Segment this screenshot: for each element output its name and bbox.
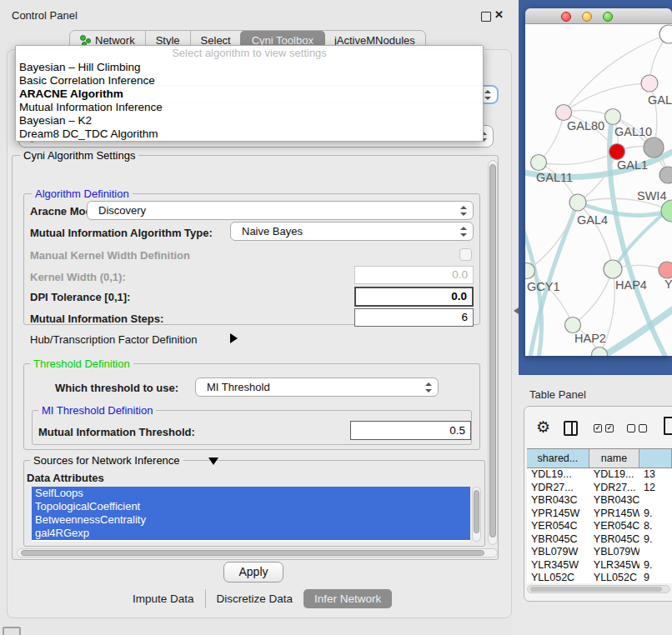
collapsed-panel-icon[interactable] xyxy=(3,627,21,635)
column-header[interactable]: shared... xyxy=(527,449,589,468)
checked-columns-icon[interactable]: ✓✓ xyxy=(594,424,614,432)
network-node-bottom[interactable] xyxy=(592,348,608,357)
table-cell: YPR145W xyxy=(527,508,589,521)
scrollbar-thumb[interactable] xyxy=(474,490,479,533)
network-node-gal10[interactable] xyxy=(605,109,621,125)
network-node-gal4[interactable] xyxy=(569,194,586,211)
table-row[interactable]: YLL052CYLL052C9 xyxy=(527,572,672,583)
zoom-traffic-icon[interactable] xyxy=(603,12,613,22)
algorithm-option[interactable]: Bayesian – Hill Climbing xyxy=(16,61,483,74)
mi-threshold-field[interactable]: 0.5 xyxy=(350,421,471,440)
network-node-gal7[interactable] xyxy=(641,75,658,92)
minimize-traffic-icon[interactable] xyxy=(582,12,592,22)
table-panel-title: Table Panel xyxy=(529,388,586,401)
network-node-gal1[interactable] xyxy=(609,144,625,160)
table-row[interactable]: YER054CYER054C8. xyxy=(527,520,672,533)
network-node-hap4[interactable] xyxy=(604,260,622,278)
data-attributes-list[interactable]: SelfLoops TopologicalCoefficient Between… xyxy=(32,487,470,542)
table-row[interactable]: YBR045CYBR045C9. xyxy=(527,533,672,547)
dpi-tolerance-field[interactable]: 0.0 xyxy=(354,287,474,307)
mi-type-combo[interactable]: Naive Bayes xyxy=(230,222,474,241)
network-window-titlebar[interactable] xyxy=(525,8,672,24)
gear-icon[interactable]: ⚙ xyxy=(536,418,550,437)
tab-infer-network[interactable]: Infer Network xyxy=(303,589,392,608)
node-label-gcy1: GCY1 xyxy=(527,280,560,293)
combo-arrows-icon xyxy=(425,382,432,392)
scrollbar-thumb[interactable] xyxy=(489,164,496,538)
network-tab-icon xyxy=(80,35,91,46)
attributes-vertical-scrollbar[interactable] xyxy=(472,487,481,542)
which-threshold-combo[interactable]: MI Threshold xyxy=(195,378,439,397)
network-node-swi4[interactable] xyxy=(661,200,672,222)
split-column-icon[interactable] xyxy=(564,421,578,436)
algorithm-option[interactable]: Dream8 DC_TDC Algorithm xyxy=(16,128,483,141)
table-row[interactable]: YBL079WYBL079W xyxy=(527,546,672,559)
table-row[interactable]: YPR145WYPR145W9. xyxy=(527,508,672,521)
table-cell: YBR045C xyxy=(589,533,639,547)
sources-title[interactable]: Sources for Network Inference xyxy=(30,454,183,467)
split-pane-collapse-icon[interactable] xyxy=(514,308,519,314)
network-node-hap2[interactable] xyxy=(565,318,581,333)
algorithm-option-aracne[interactable]: ARACNE Algorithm xyxy=(16,88,483,101)
table-cell: 9. xyxy=(639,533,672,547)
new-document-icon[interactable] xyxy=(664,417,672,435)
table-cell: YDL19... xyxy=(589,468,639,482)
unchecked-columns-icon[interactable] xyxy=(627,424,647,432)
settings-group-title: Cyni Algorithm Settings xyxy=(20,149,138,162)
attribute-item[interactable]: TopologicalCoefficient xyxy=(32,500,470,513)
table-horizontal-scrollbar[interactable] xyxy=(527,585,670,593)
column-header[interactable]: name xyxy=(589,449,639,468)
network-node-gray1[interactable] xyxy=(644,138,664,158)
expand-right-icon[interactable] xyxy=(230,333,238,343)
attribute-item[interactable]: gal4RGexp xyxy=(32,527,470,540)
node-table[interactable]: shared...name YDL19...YDL19...13YDR27...… xyxy=(527,448,672,583)
aracne-mode-combo[interactable]: Discovery xyxy=(87,201,474,220)
network-node-cut-top[interactable] xyxy=(659,25,672,43)
data-attributes-label: Data Attributes xyxy=(27,472,104,484)
scrollbar-thumb[interactable] xyxy=(21,550,484,556)
algorithm-option[interactable]: Basic Correlation Inference xyxy=(16,74,483,88)
network-node-gal11[interactable] xyxy=(531,155,547,171)
table-cell: 8. xyxy=(639,520,672,533)
table-cell xyxy=(639,494,672,508)
algorithm-option[interactable]: Mutual Information Inference xyxy=(16,101,483,114)
attribute-item[interactable]: BetweennessCentrality xyxy=(32,513,470,527)
manual-kernel-label: Manual Kernel Width Definition xyxy=(30,249,190,262)
settings-horizontal-scrollbar[interactable] xyxy=(17,548,498,558)
table-row[interactable]: YDL19...YDL19...13 xyxy=(527,468,672,482)
kernel-width-field[interactable]: 0.0 xyxy=(354,266,474,284)
close-traffic-icon[interactable] xyxy=(561,12,571,22)
network-canvas[interactable]: GALGAL80GAL10GAL1GAL11SWI4GAL4YHAP4GCY1H… xyxy=(525,24,672,356)
node-label-gal10: GAL10 xyxy=(614,125,652,138)
mi-threshold-title: MI Threshold Definition xyxy=(38,404,156,417)
which-threshold-value: MI Threshold xyxy=(207,378,270,397)
close-icon[interactable]: ✕ xyxy=(494,8,504,21)
manual-kernel-checkbox[interactable] xyxy=(459,248,472,261)
tab-discretize-data[interactable]: Discretize Data xyxy=(205,589,304,608)
tab-impute-data[interactable]: Impute Data xyxy=(122,589,205,608)
settings-vertical-scrollbar[interactable] xyxy=(488,160,498,545)
apply-button[interactable]: Apply xyxy=(223,562,283,582)
attribute-item[interactable]: SelfLoops xyxy=(32,487,470,500)
hub-definition-label[interactable]: Hub/Transcription Factor Definition xyxy=(30,333,197,346)
table-cell: YER054C xyxy=(589,520,639,533)
node-label-hap2: HAP2 xyxy=(574,332,606,345)
table-cell: YDR27... xyxy=(527,482,589,495)
network-node-y-cut[interactable] xyxy=(659,262,672,278)
table-row[interactable]: YBR043CYBR043C xyxy=(527,494,672,508)
table-cell: YBR043C xyxy=(527,494,589,508)
table-row[interactable]: YLR345WYLR345W9. xyxy=(527,559,672,572)
mi-steps-field[interactable]: 6 xyxy=(354,308,474,327)
table-body: YDL19...YDL19...13YDR27...YDR27...12YBR0… xyxy=(527,468,672,583)
float-window-icon[interactable] xyxy=(481,12,491,22)
algorithm-option[interactable]: Bayesian – K2 xyxy=(16,114,483,128)
collapse-down-icon[interactable] xyxy=(208,458,218,465)
column-header[interactable] xyxy=(639,449,672,468)
network-node-gray2[interactable] xyxy=(659,167,672,183)
table-row[interactable]: YDR27...YDR27...12 xyxy=(527,482,672,495)
network-node-gal80[interactable] xyxy=(556,105,572,121)
scrollbar-thumb[interactable] xyxy=(530,587,662,592)
algorithm-definition-title: Algorithm Definition xyxy=(32,188,133,200)
table-cell: YPR145W xyxy=(589,508,639,521)
mi-steps-label: Mutual Information Steps: xyxy=(30,312,163,325)
